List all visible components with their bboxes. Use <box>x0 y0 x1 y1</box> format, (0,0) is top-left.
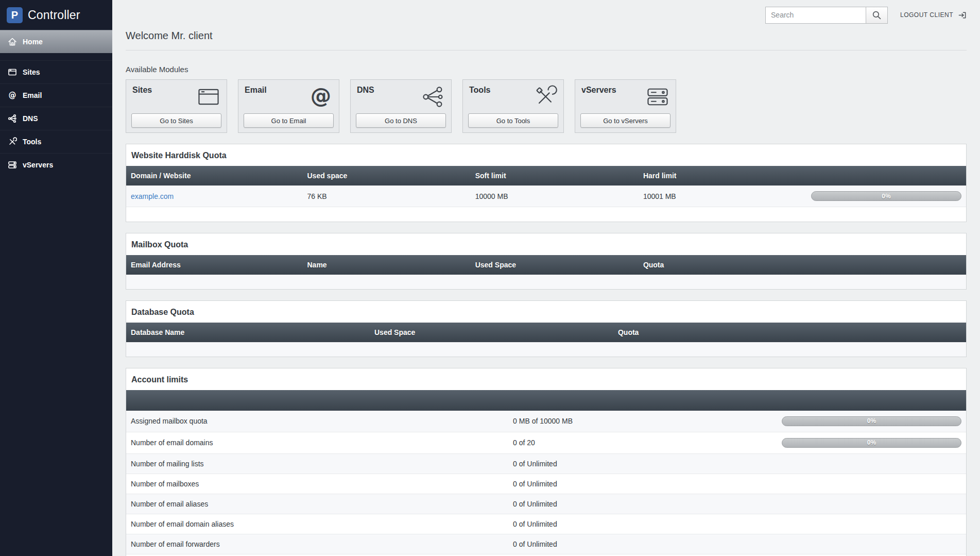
modules-row: Sites Go to Sites Email @ Go to Email DN… <box>126 79 967 133</box>
website-harddisk-quota-panel: Website Harddisk Quota Domain / Website … <box>126 144 967 222</box>
sidebar-item-label: Email <box>23 91 42 99</box>
sidebar-separator <box>0 53 112 60</box>
column-header: Domain / Website <box>126 166 303 186</box>
dns-module-icon <box>421 85 445 109</box>
main-content: LOGOUT CLIENT Welcome Mr. client Availab… <box>112 0 980 556</box>
column-header: Used space <box>303 166 471 186</box>
column-header: Used Space <box>471 255 639 275</box>
limit-value: 0 of Unlimited <box>508 494 777 514</box>
limit-value: 0 of Unlimited <box>508 554 777 556</box>
module-card-dns: DNS Go to DNS <box>350 79 452 133</box>
sidebar-item-tools[interactable]: Tools <box>0 130 112 153</box>
search-icon <box>872 10 882 20</box>
dns-icon <box>8 114 17 123</box>
module-card-vservers: vServers Go to vServers <box>575 79 676 133</box>
column-header: Email Address <box>126 255 303 275</box>
empty-table-row <box>126 275 966 289</box>
column-header: Quota <box>639 255 966 275</box>
column-header: Quota <box>613 323 966 342</box>
sidebar-item-label: DNS <box>23 114 38 123</box>
progress-bar: 0% <box>782 438 961 448</box>
sidebar-item-label: Sites <box>23 68 40 76</box>
panel-title: Mailbox Quota <box>126 233 966 255</box>
hard-limit-value: 10001 MB <box>639 186 806 207</box>
empty-table-row <box>126 342 966 357</box>
account-limits-table: Assigned mailbox quota 0 MB of 10000 MB … <box>126 390 966 556</box>
limit-value: 0 of 20 <box>508 432 777 453</box>
go-to-tools-button[interactable]: Go to Tools <box>468 113 558 128</box>
home-icon <box>8 37 17 46</box>
column-header: Name <box>303 255 471 275</box>
svg-text:@: @ <box>9 91 16 100</box>
account-limit-row: Number of email forwarders 0 of Unlimite… <box>126 534 966 554</box>
search-button[interactable] <box>866 7 888 24</box>
database-quota-panel: Database Quota Database Name Used Space … <box>126 300 967 357</box>
table-row: example.com 76 KB 10000 MB 10001 MB 0% <box>126 186 966 207</box>
column-header: Soft limit <box>471 166 639 186</box>
account-limit-row: Number of email domains 0 of 20 0% <box>126 432 966 453</box>
module-card-sites: Sites Go to Sites <box>126 79 227 133</box>
panel-title: Website Harddisk Quota <box>126 144 966 166</box>
tools-icon <box>8 137 17 146</box>
sites-module-icon <box>196 85 221 109</box>
sidebar-nav: Home Sites @ Email DNS Tools <box>0 30 112 176</box>
domain-link[interactable]: example.com <box>131 192 174 200</box>
go-to-dns-button[interactable]: Go to DNS <box>356 113 446 128</box>
limit-label: Number of email domain aliases <box>126 514 508 534</box>
limit-label: Number of email catchall accounts <box>126 554 508 556</box>
panel-title: Account limits <box>126 368 966 390</box>
column-header: Database Name <box>126 323 370 342</box>
page-title: Welcome Mr. client <box>126 30 967 50</box>
app-title: Controller <box>28 8 80 22</box>
table-header-row <box>126 390 966 411</box>
account-limit-row: Number of email catchall accounts 0 of U… <box>126 554 966 556</box>
used-space-value: 76 KB <box>303 186 471 207</box>
sidebar-item-label: Tools <box>23 138 41 146</box>
column-header: Hard limit <box>639 166 806 186</box>
vservers-module-icon <box>645 85 670 109</box>
limit-label: Number of mailboxes <box>126 474 508 494</box>
go-to-vservers-button[interactable]: Go to vServers <box>580 113 670 128</box>
limit-label: Number of mailing lists <box>126 453 508 474</box>
topbar: LOGOUT CLIENT <box>126 6 967 24</box>
sidebar-item-dns[interactable]: DNS <box>0 107 112 130</box>
account-limits-panel: Account limits Assigned mailbox quota 0 … <box>126 368 967 556</box>
table-header-row: Database Name Used Space Quota <box>126 323 966 342</box>
limit-label: Assigned mailbox quota <box>126 411 508 432</box>
limit-value: 0 MB of 10000 MB <box>508 411 777 432</box>
panel-title: Database Quota <box>126 301 966 323</box>
column-header-empty <box>806 166 966 186</box>
account-limit-row: Number of email domain aliases 0 of Unli… <box>126 514 966 534</box>
app-logo: P Controller <box>0 0 112 30</box>
logout-button[interactable]: LOGOUT CLIENT <box>900 11 967 20</box>
app-logo-icon: P <box>7 7 23 23</box>
sidebar-item-vservers[interactable]: vServers <box>0 153 112 176</box>
account-limit-row: Number of mailing lists 0 of Unlimited <box>126 453 966 474</box>
limit-label: Number of email aliases <box>126 494 508 514</box>
go-to-sites-button[interactable]: Go to Sites <box>131 113 221 128</box>
account-limit-row: Assigned mailbox quota 0 MB of 10000 MB … <box>126 411 966 432</box>
tools-module-icon <box>533 85 558 109</box>
table-header-row: Email Address Name Used Space Quota <box>126 255 966 275</box>
sidebar-item-sites[interactable]: Sites <box>0 60 112 83</box>
sidebar-item-home[interactable]: Home <box>0 30 112 53</box>
progress-bar: 0% <box>782 416 961 426</box>
limit-value: 0 of Unlimited <box>508 534 777 554</box>
go-to-email-button[interactable]: Go to Email <box>244 113 334 128</box>
empty-table-row <box>126 207 966 222</box>
limit-value: 0 of Unlimited <box>508 474 777 494</box>
progress-bar: 0% <box>811 191 961 201</box>
modules-label: Available Modules <box>126 65 967 74</box>
mailbox-quota-table: Email Address Name Used Space Quota <box>126 255 966 289</box>
limit-value: 0 of Unlimited <box>508 453 777 474</box>
search-input[interactable] <box>765 7 866 24</box>
vservers-icon <box>8 160 17 170</box>
website-quota-table: Domain / Website Used space Soft limit H… <box>126 166 966 222</box>
sidebar-item-email[interactable]: @ Email <box>0 83 112 107</box>
sidebar-item-label: Home <box>23 38 43 46</box>
mailbox-quota-panel: Mailbox Quota Email Address Name Used Sp… <box>126 233 967 290</box>
progress-percent: 0% <box>867 417 876 425</box>
email-icon: @ <box>8 91 17 100</box>
progress-percent: 0% <box>882 193 890 200</box>
module-card-tools: Tools Go to Tools <box>462 79 564 133</box>
